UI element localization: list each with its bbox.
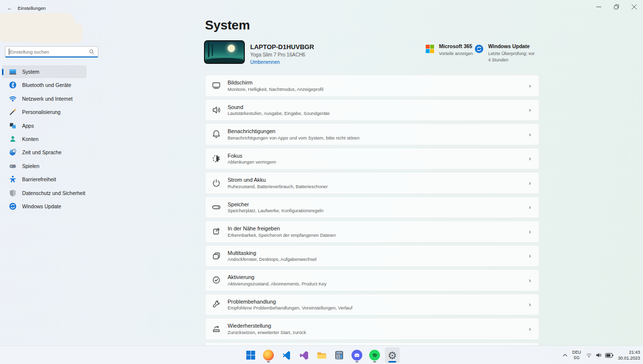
setting-row-multitasking[interactable]: Multitasking Andockfenster, Desktops, Au… — [205, 245, 539, 267]
sidebar-item-accounts[interactable]: Konten — [2, 133, 87, 145]
setting-subtitle: Empfohlene Problembehandlungen, Voreinst… — [228, 306, 352, 310]
chevron-right-icon: › — [529, 107, 531, 113]
chevron-right-icon: › — [529, 180, 531, 186]
settings-button[interactable]: ⚙ — [385, 347, 400, 363]
setting-row-troubleshoot[interactable]: Problembehandlung Empfohlene Problembeha… — [205, 294, 539, 316]
setting-subtitle: Erkennbarkeit, Speicherort der empfangen… — [228, 233, 336, 238]
restore-button[interactable] — [608, 0, 625, 14]
discord-button[interactable] — [350, 347, 364, 363]
setting-title: Multitasking — [228, 250, 317, 256]
gear-icon: ⚙ — [388, 350, 397, 361]
calculator-button[interactable] — [332, 347, 347, 363]
sidebar-item-label: Barrierefreiheit — [22, 176, 56, 182]
recovery-icon — [211, 324, 221, 334]
setting-subtitle: Speicherplatz, Laufwerke, Konfigurations… — [228, 208, 323, 213]
sidebar-item-label: Netzwerk und Internet — [22, 96, 73, 102]
setting-title: Fokus — [228, 153, 276, 159]
quick-card-title: Microsoft 365 — [439, 43, 473, 49]
text-caret — [9, 49, 9, 55]
language-code: DEU — [572, 350, 581, 355]
setting-title: Sound — [228, 104, 330, 110]
setting-row-notifications[interactable]: Benachrichtigungen Benachrichtigungen vo… — [205, 123, 539, 145]
quick-card-subtitle: Vorteile anzeigen — [439, 51, 473, 57]
rename-link[interactable]: Umbenennen — [250, 59, 314, 65]
sidebar-item-label: Personalisierung — [22, 109, 60, 115]
setting-row-sound[interactable]: Sound Lautstärkestufen, Ausgabe, Eingabe… — [205, 99, 539, 121]
language-indicator[interactable]: DEU SG — [572, 350, 581, 361]
thumbnail-tree — [208, 42, 209, 57]
windows-start-icon — [246, 350, 256, 360]
setting-row-storage[interactable]: Speicher Speicherplatz, Laufwerke, Konfi… — [205, 196, 539, 219]
tray-status-icons[interactable] — [585, 352, 614, 359]
volume-status-icon — [595, 352, 602, 359]
microsoft-logo-icon — [426, 45, 434, 53]
calculator-icon — [334, 350, 344, 360]
device-wallpaper-thumbnail — [204, 40, 245, 64]
sidebar-item-personalization[interactable]: Personalisierung — [2, 106, 87, 118]
chevron-right-icon: › — [529, 252, 531, 259]
setting-title: In der Nähe freigeben — [228, 225, 336, 231]
setting-title: Strom und Akku — [228, 177, 328, 183]
minimize-button[interactable] — [590, 0, 608, 14]
start-button[interactable] — [243, 347, 258, 363]
sidebar-item-system[interactable]: System — [2, 65, 87, 78]
quick-card-subtitle: Letzte Überprüfung: vor 4 Stunden — [488, 51, 538, 63]
wifi-icon — [9, 95, 17, 103]
sidebar-item-label: System — [22, 69, 39, 75]
share-icon — [211, 226, 221, 236]
search-box[interactable] — [5, 46, 98, 57]
sound-icon — [211, 105, 221, 115]
sidebar-item-network[interactable]: Netzwerk und Internet — [2, 92, 87, 105]
sidebar-item-label: Bluetooth und Geräte — [22, 82, 71, 88]
redacted-account-area — [29, 23, 83, 43]
sidebar-item-label: Zeit und Sprache — [22, 149, 61, 155]
sidebar-item-privacy[interactable]: Datenschutz und Sicherheit — [2, 187, 87, 199]
sidebar-item-apps[interactable]: Apps — [2, 119, 87, 132]
device-model: Yoga Slim 7 Pro 16ACH6 — [250, 52, 314, 57]
taskbar: ⚙ DEU SG — [0, 345, 643, 364]
setting-row-focus[interactable]: Fokus Ablenkungen verringern › — [205, 148, 539, 170]
bell-icon — [211, 129, 221, 139]
spotify-button[interactable] — [367, 347, 382, 363]
firefox-icon — [263, 350, 274, 361]
clock-globe-icon — [9, 148, 17, 156]
chevron-right-icon: › — [529, 228, 531, 235]
chevron-right-icon: › — [529, 326, 531, 332]
back-button[interactable]: ← — [6, 4, 14, 12]
firefox-button[interactable] — [261, 347, 276, 363]
sidebar-item-gaming[interactable]: Spielen — [2, 160, 87, 172]
sidebar-item-time-language[interactable]: Zeit und Sprache — [2, 146, 87, 159]
quick-card-title: Windows Update — [488, 43, 538, 49]
layout-code: SG — [572, 355, 581, 361]
tray-chevron-up-icon[interactable] — [562, 353, 568, 358]
setting-row-display[interactable]: Bildschirm Monitore, Helligkeit, Nachtmo… — [205, 75, 539, 97]
setting-row-recovery[interactable]: Wiederherstellung Zurücksetzen, erweiter… — [205, 318, 539, 340]
setting-row-nearby-share[interactable]: In der Nähe freigeben Erkennbarkeit, Spe… — [205, 221, 539, 243]
clock[interactable]: 21:43 30.01.2023 — [618, 349, 640, 361]
chevron-right-icon: › — [529, 155, 531, 162]
sidebar-item-accessibility[interactable]: Barrierefreiheit — [2, 173, 87, 186]
spotify-icon — [369, 350, 380, 361]
sidebar-item-label: Windows Update — [22, 203, 61, 209]
sidebar-nav: System Bluetooth und Geräte Netzwerk und… — [2, 65, 87, 213]
brush-icon — [9, 108, 17, 116]
discord-icon — [351, 350, 362, 361]
sidebar-item-bluetooth[interactable]: Bluetooth und Geräte — [2, 79, 87, 91]
visual-studio-button[interactable] — [296, 347, 311, 363]
vscode-button[interactable] — [279, 347, 293, 363]
multitask-icon — [211, 251, 221, 261]
search-icon — [89, 49, 94, 55]
setting-row-activation[interactable]: Aktivierung Aktivierungszustand, Abonnem… — [205, 269, 539, 291]
microsoft-365-card[interactable]: Microsoft 365 Vorteile anzeigen — [426, 43, 474, 57]
windows-update-card[interactable]: Windows Update Letzte Überprüfung: vor 4… — [475, 43, 538, 63]
bluetooth-icon — [9, 81, 17, 89]
tray-time: 21:43 — [618, 349, 640, 355]
setting-row-power[interactable]: Strom und Akku Ruhezustand, Batterieverb… — [205, 172, 539, 194]
taskbar-app-icons: ⚙ — [243, 346, 400, 364]
search-input[interactable] — [10, 49, 89, 55]
file-explorer-button[interactable] — [314, 347, 329, 363]
power-icon — [211, 178, 221, 188]
system-icon — [9, 68, 17, 76]
close-button[interactable] — [625, 0, 643, 14]
sidebar-item-windows-update[interactable]: Windows Update — [2, 200, 87, 213]
